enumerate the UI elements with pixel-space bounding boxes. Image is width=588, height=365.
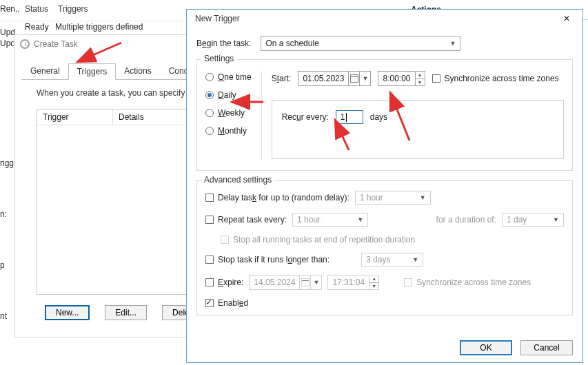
date-chevron-down-icon[interactable]: ▼ xyxy=(359,72,370,85)
tab-general[interactable]: General xyxy=(21,63,69,79)
expire-row: Expire: 14.05.2024 ▼ 17:31:04 ▲▼ Synchro… xyxy=(205,275,564,290)
close-icon[interactable]: ✕ xyxy=(556,14,577,23)
duration-select: 1 day▼ xyxy=(502,213,564,227)
delay-checkbox[interactable]: Delay task for up to (random delay): xyxy=(205,193,349,202)
duration-label: for a duration of: xyxy=(436,215,496,225)
col-triggers: Triggers xyxy=(58,4,88,14)
calendar-icon[interactable] xyxy=(348,72,359,85)
recur-label: Recur every: xyxy=(282,112,329,122)
begin-task-label: BeBegin the task:gin the task: xyxy=(196,39,251,48)
repeat-row: Repeat task every: 1 hour▼ for a duratio… xyxy=(205,213,564,227)
freq-onetime[interactable]: One time xyxy=(205,72,252,82)
bg-columns: Status Triggers xyxy=(25,4,88,14)
bg-upd2: Upd xyxy=(0,39,15,48)
ok-button[interactable]: OK xyxy=(460,340,512,355)
begin-task-value: On a schedule xyxy=(265,39,318,48)
advanced-legend: Advanced settings xyxy=(201,175,274,185)
time-spinner[interactable]: ▲▼ xyxy=(415,72,425,85)
new-button[interactable]: New... xyxy=(45,305,90,320)
repeat-select: 1 hour▼ xyxy=(292,213,368,227)
recur-days-input[interactable]: 1 xyxy=(336,110,363,124)
dialog-title: New Trigger xyxy=(195,14,240,23)
expire-checkbox[interactable]: Expire: xyxy=(205,278,243,287)
freq-weekly[interactable]: Weekly xyxy=(205,108,252,118)
cancel-button[interactable]: Cancel xyxy=(520,340,573,355)
stop-all-checkbox: Stop all running tasks at end of repetit… xyxy=(221,235,415,244)
edit-button[interactable]: Edit... xyxy=(105,305,147,320)
new-trigger-dialog: New Trigger ✕ BeBegin the task:gin the t… xyxy=(186,9,583,363)
settings-legend: Settings xyxy=(201,54,236,63)
bg-upd1: Upd xyxy=(0,28,15,37)
stop-all-row: Stop all running tasks at end of repetit… xyxy=(221,235,564,244)
tab-actions[interactable]: Actions xyxy=(115,63,160,79)
clock-icon xyxy=(20,39,30,49)
stop-if-row: Stop task if it runs longer than: 3 days… xyxy=(205,253,564,267)
enabled-checkbox[interactable]: Enabled xyxy=(205,298,248,308)
val-triggers: Multiple triggers defined xyxy=(55,22,143,32)
chevron-down-icon: ▼ xyxy=(450,40,456,47)
create-task-title: Create Task xyxy=(34,39,78,49)
freq-monthly[interactable]: Monthly xyxy=(205,126,252,136)
val-status: Ready xyxy=(25,22,49,32)
advanced-group: Advanced settings Delay task for up to (… xyxy=(196,180,573,315)
start-date-input[interactable]: 01.05.2023 ▼ xyxy=(298,71,371,86)
start-label: Start: xyxy=(272,74,292,83)
expire-date-input: 14.05.2024 ▼ xyxy=(249,275,322,290)
stop-if-select: 3 days▼ xyxy=(361,253,423,267)
col-details: Details xyxy=(113,110,150,125)
trigger-listview[interactable]: Trigger Details xyxy=(37,109,187,295)
tab-triggers[interactable]: Triggers xyxy=(68,63,116,80)
enabled-row: Enabled xyxy=(205,298,564,308)
delay-select: 1 hour▼ xyxy=(355,191,431,205)
freq-daily[interactable]: Daily xyxy=(205,90,252,100)
repeat-checkbox[interactable]: Repeat task every: xyxy=(205,215,287,225)
begin-task-select[interactable]: On a schedule ▼ xyxy=(261,36,460,51)
expire-sync-tz: Synchronize across time zones xyxy=(404,278,531,287)
sync-timezones[interactable]: Synchronize across time zones xyxy=(432,74,559,83)
start-time-input[interactable]: 8:00:00 ▲▼ xyxy=(378,71,425,86)
expire-time-input: 17:31:04 ▲▼ xyxy=(327,275,379,290)
delay-row: Delay task for up to (random delay): 1 h… xyxy=(205,191,564,205)
recur-unit: days xyxy=(370,112,387,122)
bg-ren: Ren.. xyxy=(0,4,20,14)
left-fragments: rigg n: p nt rs xyxy=(0,158,15,365)
col-status: Status xyxy=(25,4,48,14)
settings-group: Settings One time Daily Weekly Monthly S… xyxy=(196,59,573,171)
stop-if-checkbox[interactable]: Stop task if it runs longer than: xyxy=(205,255,330,264)
recur-panel: Recur every: 1 days xyxy=(272,100,564,159)
col-trigger: Trigger xyxy=(37,110,113,125)
